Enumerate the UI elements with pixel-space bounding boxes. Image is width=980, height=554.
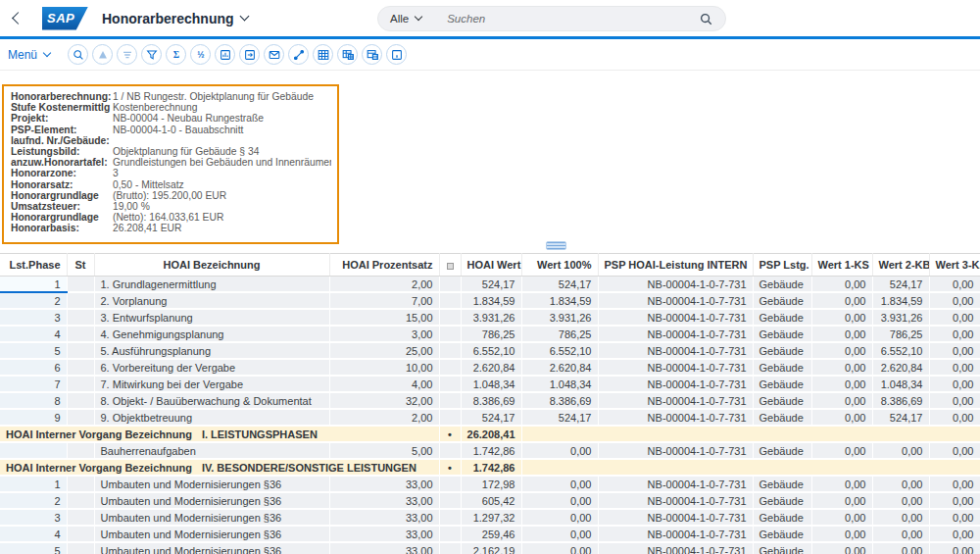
cell-wert100[interactable]: 786,25 [521,326,598,342]
cell-w2[interactable]: 0,00 [872,476,929,492]
cell-w2[interactable]: 0,00 [872,509,929,526]
global-search-bar[interactable]: Alle [377,6,726,31]
cell-lstg[interactable]: Gebäude [753,409,811,426]
column-header-ic[interactable] [439,254,461,277]
column-header-phase[interactable]: Lst.Phase [0,254,67,277]
cell-w1[interactable]: 0,00 [811,509,872,526]
cell-wert[interactable]: 8.386,69 [461,392,521,409]
cell-psp[interactable]: NB-00004-1-0-7-731 [598,359,753,376]
cell-w1[interactable]: 0,00 [811,376,872,392]
cell-ic[interactable] [439,326,461,342]
cell-bez[interactable]: 5. Ausführungsplanung [94,342,329,359]
group-label-cell[interactable]: HOAI Interner Vorgang BezeichnungI. LEIS… [0,426,439,442]
cell-wert100[interactable]: 6.552,10 [521,342,598,359]
column-header-wert100[interactable]: Wert 100% [521,254,598,277]
cell-lstg[interactable]: Gebäude [753,309,811,326]
cell-w2[interactable]: 1.834,59 [872,292,929,309]
cell-bez[interactable]: Umbauten und Modernisierungen §36 [94,542,329,554]
cell-w3[interactable]: 0,00 [929,409,980,426]
cell-phase[interactable]: 6 [0,359,67,376]
cell-w3[interactable]: 0,00 [929,292,980,309]
group-total-value[interactable]: 26.208,41 [461,426,521,442]
cell-lstg[interactable]: Gebäude [753,526,811,542]
cell-wert100[interactable]: 0,00 [521,442,598,459]
chart-icon[interactable] [215,44,235,65]
cell-wert[interactable]: 259,46 [461,526,521,542]
column-header-psp[interactable]: PSP HOAI-Leistung INTERN [598,254,753,277]
cell-lstg[interactable]: Gebäude [753,277,811,293]
cell-wert[interactable]: 1.297,32 [461,509,521,526]
cell-ic[interactable] [439,442,461,459]
cell-w1[interactable]: 0,00 [811,309,872,326]
column-header-w1[interactable]: Wert 1-KS [811,254,872,277]
cell-w2[interactable]: 3.931,26 [872,309,929,326]
cell-w2[interactable]: 2.620,84 [872,359,929,376]
cell-wert100[interactable]: 0,00 [521,542,598,554]
cell-w2[interactable]: 0,00 [872,442,929,459]
cell-wert100[interactable]: 8.386,69 [521,392,598,409]
cell-wert100[interactable]: 0,00 [521,492,598,509]
column-header-lstg[interactable]: PSP Lstg. [753,254,811,277]
cell-w2[interactable]: 1.048,34 [872,376,929,392]
cell-st[interactable] [67,359,94,376]
cell-w1[interactable]: 0,00 [811,409,872,426]
cell-phase[interactable]: 9 [0,409,67,426]
cell-st[interactable] [67,492,94,509]
cell-w2[interactable]: 8.386,69 [872,392,929,409]
cell-phase[interactable]: 2 [0,292,67,309]
cell-lstg[interactable]: Gebäude [753,326,811,342]
cell-bez[interactable]: Umbauten und Modernisierungen §36 [94,509,329,526]
cell-psp[interactable]: NB-00004-1-0-7-731 [598,492,753,509]
cell-proz[interactable]: 32,00 [329,392,439,409]
cell-w1[interactable]: 0,00 [811,359,872,376]
cell-psp[interactable]: NB-00004-1-0-7-731 [598,392,753,409]
cell-w3[interactable]: 0,00 [929,526,980,542]
cell-lstg[interactable]: Gebäude [753,392,811,409]
cell-st[interactable] [67,292,94,309]
cell-w1[interactable]: 0,00 [811,326,872,342]
group-total-value[interactable]: 1.742,86 [461,459,521,476]
cell-wert100[interactable]: 1.834,59 [521,292,598,309]
subtotal-icon[interactable]: ½ [190,44,211,65]
cell-w3[interactable]: 0,00 [929,326,980,342]
cell-st[interactable] [67,277,94,293]
filter-icon[interactable] [141,44,162,65]
cell-phase[interactable] [0,442,67,459]
cell-bez[interactable]: 9. Objektbetreuung [94,409,329,426]
cell-phase[interactable]: 4 [0,526,67,542]
cell-proz[interactable]: 3,00 [329,326,439,342]
cell-w1[interactable]: 0,00 [811,292,872,309]
cell-lstg[interactable]: Gebäude [753,442,811,459]
cell-w3[interactable]: 0,00 [929,476,980,492]
cell-w3[interactable]: 0,00 [929,542,980,554]
cell-wert[interactable]: 2.162,19 [461,542,521,554]
cell-w1[interactable]: 0,00 [811,392,872,409]
cell-bez[interactable]: Umbauten und Modernisierungen §36 [94,492,329,509]
cell-psp[interactable]: NB-00004-1-0-7-731 [598,442,753,459]
cell-proz[interactable]: 2,00 [329,409,439,426]
cell-bez[interactable]: 2. Vorplanung [94,292,329,309]
column-header-st[interactable]: St [67,254,94,277]
cell-lstg[interactable]: Gebäude [753,292,811,309]
column-resize-handle[interactable] [546,241,566,250]
cell-wert100[interactable]: 524,17 [521,277,598,293]
column-header-w2[interactable]: Wert 2-KB [872,254,929,277]
menu-button[interactable]: Menü [8,48,50,62]
cell-wert100[interactable]: 0,00 [521,526,598,542]
cell-ic[interactable] [439,526,461,542]
cell-proz[interactable]: 33,00 [329,542,439,554]
cell-wert[interactable]: 6.552,10 [461,342,521,359]
cell-w2[interactable]: 524,17 [872,409,929,426]
cell-w3[interactable]: 0,00 [929,442,980,459]
cell-wert[interactable]: 786,25 [461,326,521,342]
cell-phase[interactable]: 2 [0,492,67,509]
cell-ic[interactable] [439,509,461,526]
cell-w3[interactable]: 0,00 [929,309,980,326]
cell-phase[interactable]: 1 [0,476,67,492]
cell-bez[interactable]: Umbauten und Modernisierungen §36 [94,526,329,542]
cell-ic[interactable] [439,292,461,309]
cell-psp[interactable]: NB-00004-1-0-7-731 [598,342,753,359]
cell-wert100[interactable]: 3.931,26 [521,309,598,326]
cell-ic[interactable] [439,359,461,376]
cell-st[interactable] [67,542,94,554]
